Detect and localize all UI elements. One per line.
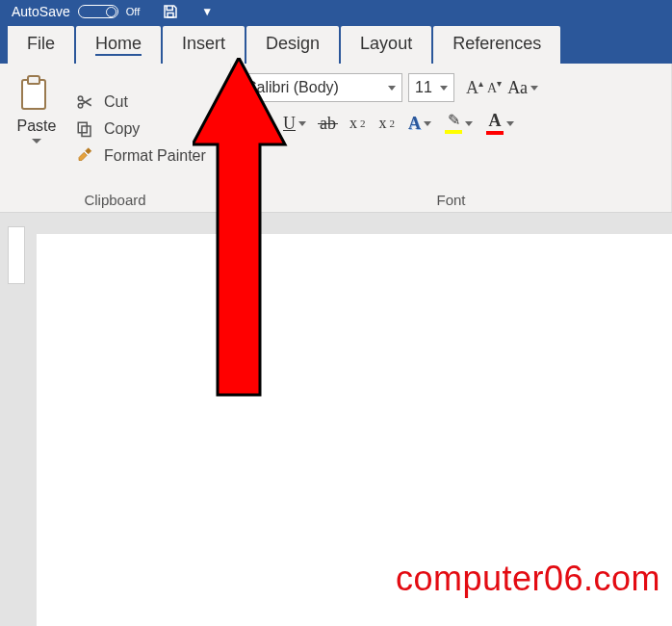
- chevron-down-icon: [440, 86, 448, 91]
- chevron-down-icon: [465, 121, 473, 126]
- paste-button[interactable]: Paste: [8, 69, 65, 188]
- ribbon: Paste Cut Copy: [0, 64, 672, 213]
- tab-design[interactable]: Design: [246, 26, 339, 64]
- group-label-clipboard: Clipboard: [8, 188, 222, 208]
- watermark-text: computer06.com: [396, 559, 660, 599]
- autosave-toggle[interactable]: AutoSave Off: [12, 4, 140, 19]
- chevron-down-icon: [388, 86, 396, 91]
- chevron-down-icon: [530, 86, 538, 91]
- strikethrough-button[interactable]: ab: [320, 114, 336, 134]
- chevron-down-icon: [32, 139, 41, 143]
- underline-button[interactable]: U: [283, 114, 306, 134]
- ribbon-tabs: File Home Insert Design Layout Reference…: [0, 23, 672, 64]
- highlight-button[interactable]: ✎: [445, 113, 473, 134]
- superscript-button[interactable]: x2: [379, 115, 396, 132]
- tab-home[interactable]: Home: [76, 26, 161, 64]
- copy-label: Copy: [104, 120, 140, 138]
- bold-button[interactable]: B: [239, 114, 250, 134]
- font-size-value: 11: [415, 79, 432, 96]
- format-painter-button[interactable]: Format Painter: [73, 146, 206, 166]
- paste-label: Paste: [17, 117, 57, 135]
- cut-label: Cut: [104, 93, 128, 111]
- subscript-button[interactable]: x2: [349, 115, 366, 132]
- scissors-icon: [73, 92, 96, 112]
- ruler-tab[interactable]: [8, 226, 25, 284]
- autosave-label: AutoSave: [12, 4, 70, 19]
- title-bar: AutoSave Off ▼: [0, 0, 672, 23]
- paste-icon: [19, 73, 54, 112]
- font-name-select[interactable]: Calibri (Body): [239, 73, 402, 102]
- tab-file[interactable]: File: [8, 26, 74, 64]
- chevron-down-icon: [506, 121, 514, 126]
- grow-font-button[interactable]: A▴: [466, 78, 483, 98]
- font-color-button[interactable]: A: [486, 112, 514, 135]
- font-name-value: Calibri (Body): [246, 79, 339, 96]
- italic-button[interactable]: I: [264, 114, 270, 134]
- group-clipboard: Paste Cut Copy: [0, 64, 231, 212]
- format-painter-label: Format Painter: [104, 147, 206, 165]
- save-icon: [162, 3, 179, 20]
- save-button[interactable]: [157, 2, 184, 21]
- group-font: Calibri (Body) 11 A▴ A▾ Aa B I: [231, 64, 672, 212]
- chevron-down-icon: [298, 121, 306, 126]
- autosave-state: Off: [126, 6, 140, 17]
- tab-references[interactable]: References: [433, 26, 560, 64]
- svg-rect-0: [168, 13, 173, 18]
- shrink-font-button[interactable]: A▾: [487, 78, 502, 98]
- font-color-swatch: [486, 131, 504, 135]
- chevron-down-icon: [424, 121, 431, 126]
- copy-icon: [73, 119, 96, 139]
- autosave-switch[interactable]: [78, 5, 118, 18]
- qat-dropdown-icon[interactable]: ▼: [201, 5, 213, 18]
- tab-insert[interactable]: Insert: [163, 26, 245, 64]
- highlighter-icon: ✎: [448, 113, 460, 128]
- copy-button[interactable]: Copy: [73, 119, 206, 139]
- font-size-select[interactable]: 11: [408, 73, 454, 102]
- cut-button[interactable]: Cut: [73, 92, 206, 112]
- highlight-swatch: [445, 130, 462, 134]
- autosave-knob-icon: [106, 7, 116, 17]
- group-label-font: Font: [239, 188, 663, 208]
- tab-layout[interactable]: Layout: [341, 26, 431, 64]
- text-effects-button[interactable]: A: [408, 115, 431, 132]
- change-case-button[interactable]: Aa: [507, 78, 538, 98]
- paintbrush-icon: [73, 146, 96, 166]
